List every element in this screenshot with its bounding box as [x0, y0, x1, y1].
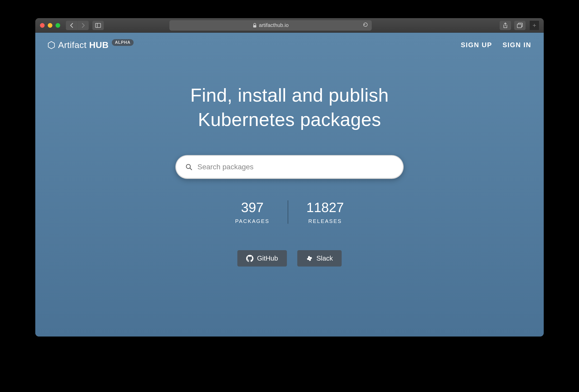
github-label: GitHub [257, 254, 278, 262]
window-controls [40, 23, 60, 28]
stats-row: 397 PACKAGES 11827 RELEASES [35, 200, 544, 224]
alpha-badge: ALPHA [112, 39, 134, 46]
brand-text-bold: HUB [89, 40, 109, 50]
browser-chrome: artifacthub.io [35, 18, 544, 33]
lock-icon [253, 23, 257, 28]
reload-button[interactable] [363, 22, 368, 29]
auth-links: SIGN UP SIGN IN [461, 41, 531, 49]
stat-packages: 397 PACKAGES [235, 200, 270, 224]
releases-label: RELEASES [306, 218, 344, 224]
releases-count: 11827 [306, 200, 344, 215]
social-buttons: GitHub Slack [35, 250, 544, 267]
site-header: Artifact HUB ALPHA SIGN UP SIGN IN [35, 33, 544, 57]
svg-rect-2 [253, 25, 256, 27]
chevron-right-icon [81, 23, 85, 28]
brand-logo[interactable]: Artifact HUB ALPHA [48, 40, 134, 50]
slack-label: Slack [316, 254, 333, 262]
hexagon-icon [48, 41, 55, 49]
page-content: Artifact HUB ALPHA SIGN UP SIGN IN Find,… [35, 33, 544, 337]
nav-buttons [66, 21, 89, 30]
svg-line-5 [190, 168, 192, 170]
stats-divider [288, 200, 288, 224]
brand-text-light: Artifact [58, 40, 87, 50]
tabs-button[interactable] [514, 21, 526, 30]
address-bar[interactable]: artifacthub.io [169, 20, 372, 31]
packages-label: PACKAGES [235, 218, 270, 224]
back-button[interactable] [66, 21, 77, 30]
github-button[interactable]: GitHub [237, 250, 287, 267]
new-tab-button[interactable]: + [530, 21, 539, 30]
search-box[interactable] [175, 155, 404, 179]
sidebar-toggle-button[interactable] [92, 21, 104, 30]
tabs-icon [517, 23, 523, 28]
browser-right-buttons: + [500, 21, 539, 30]
sidebar-icon [95, 23, 101, 28]
forward-button[interactable] [77, 21, 89, 30]
search-input[interactable] [197, 163, 394, 171]
hero-title-line1: Find, install and publish [35, 83, 544, 108]
signin-link[interactable]: SIGN IN [502, 41, 531, 49]
signup-link[interactable]: SIGN UP [461, 41, 492, 49]
packages-count: 397 [235, 200, 270, 215]
maximize-window-button[interactable] [56, 23, 60, 28]
search-icon [185, 164, 192, 170]
plus-icon: + [533, 22, 536, 29]
svg-rect-0 [95, 23, 101, 27]
slack-icon [306, 255, 313, 262]
browser-window: artifacthub.io [35, 18, 544, 337]
hero-title-line2: Kubernetes packages [35, 108, 544, 132]
reload-icon [363, 22, 368, 27]
hero-title: Find, install and publish Kubernetes pac… [35, 83, 544, 132]
svg-rect-3 [517, 24, 521, 28]
share-button[interactable] [500, 21, 511, 30]
close-window-button[interactable] [40, 23, 45, 28]
share-icon [503, 23, 508, 28]
github-icon [246, 255, 253, 262]
slack-button[interactable]: Slack [297, 250, 342, 267]
hero-section: Find, install and publish Kubernetes pac… [35, 57, 544, 267]
chevron-left-icon [70, 23, 73, 28]
stat-releases: 11827 RELEASES [306, 200, 344, 224]
address-bar-url: artifacthub.io [259, 22, 289, 28]
minimize-window-button[interactable] [48, 23, 52, 28]
